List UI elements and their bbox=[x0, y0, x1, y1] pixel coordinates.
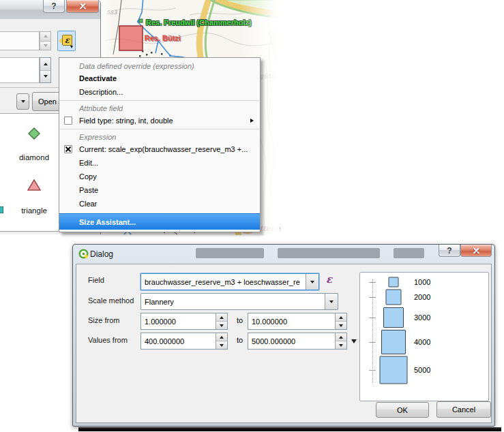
partial-symbol-fragment bbox=[0, 206, 3, 213]
axis-tick bbox=[369, 282, 376, 283]
values-from-spinbox[interactable] bbox=[140, 333, 228, 350]
preview-square bbox=[389, 277, 399, 288]
help-button[interactable]: ? bbox=[43, 0, 65, 13]
menu-item-label: Deactivate bbox=[79, 74, 117, 82]
symbol-item-triangle[interactable] bbox=[0, 179, 68, 192]
help-icon: ? bbox=[51, 1, 56, 11]
axis-tick bbox=[369, 297, 376, 298]
unchecked-checkbox-icon bbox=[64, 117, 72, 125]
menu-item-header-data-defined: Data defined override (expression) bbox=[59, 60, 260, 72]
expression-epsilon-icon: ε bbox=[326, 273, 332, 286]
dialog-close-button[interactable] bbox=[460, 245, 492, 257]
menu-item-label: Current: scale_exp(brauchwasser_reserve_… bbox=[79, 145, 248, 153]
titlebar-glass-reflection bbox=[278, 248, 380, 258]
menu-separator bbox=[60, 129, 259, 129]
size-to-spinbox[interactable] bbox=[248, 313, 347, 330]
left-dialog-titlebar: ? bbox=[0, 0, 101, 19]
axis-tick bbox=[369, 370, 376, 371]
menu-item-header-attribute-field: Attribute field bbox=[59, 102, 260, 114]
cancel-button-label: Cancel bbox=[452, 405, 475, 414]
style-combobox-arrow[interactable] bbox=[16, 93, 29, 110]
map-elevation-583: 583 bbox=[106, 10, 117, 16]
scale-method-value: Flannery bbox=[141, 298, 325, 306]
preview-square bbox=[381, 330, 406, 354]
menu-item-label: Expression bbox=[79, 133, 116, 141]
size-spinner[interactable] bbox=[40, 31, 51, 50]
scale-method-combobox[interactable]: Flannery bbox=[140, 293, 338, 310]
axis-tick bbox=[369, 318, 376, 318]
field-combobox-value: brauchwasser_reserve_m3 + loeschwasser_r… bbox=[141, 278, 306, 286]
menu-item-clear[interactable]: Clear bbox=[59, 197, 260, 211]
menu-item-label: Edit... bbox=[79, 159, 98, 167]
diamond-icon bbox=[28, 127, 40, 140]
menu-separator bbox=[60, 100, 259, 101]
rotation-value-field[interactable] bbox=[0, 57, 40, 83]
field-combobox-arrow[interactable] bbox=[306, 274, 318, 290]
preview-square bbox=[386, 290, 402, 305]
spin-up-icon[interactable] bbox=[40, 32, 50, 42]
field-combobox[interactable]: brauchwasser_reserve_m3 + loeschwasser_r… bbox=[140, 273, 319, 290]
spin-down-icon[interactable] bbox=[40, 71, 50, 83]
axis-tick bbox=[369, 342, 376, 343]
values-from-input[interactable] bbox=[141, 333, 216, 349]
dialog-help-button[interactable]: ? bbox=[439, 245, 460, 257]
map-label-freudwil: Res. Freudwil (Chammerholz) bbox=[146, 18, 252, 27]
menu-item-label: Attribute field bbox=[79, 104, 123, 112]
spin-down-icon[interactable] bbox=[336, 341, 346, 349]
selected-feature-square bbox=[119, 26, 143, 50]
preview-row: 3000 bbox=[360, 306, 488, 328]
scale-method-label: Scale method bbox=[88, 296, 134, 305]
values-from-label: Values from bbox=[88, 336, 128, 344]
chevron-down-icon bbox=[310, 281, 314, 283]
chevron-down-icon bbox=[329, 300, 333, 303]
checked-checkbox-icon bbox=[64, 145, 72, 153]
menu-item-copy[interactable]: Copy bbox=[59, 170, 260, 183]
spin-up-icon[interactable] bbox=[336, 313, 346, 322]
dialog-title: Dialog bbox=[90, 249, 113, 259]
size-from-input[interactable] bbox=[141, 313, 216, 329]
values-to-spinbox[interactable] bbox=[248, 333, 347, 350]
size-value-field[interactable] bbox=[0, 31, 40, 50]
values-to-input[interactable] bbox=[248, 333, 335, 349]
symbol-item-diamond[interactable] bbox=[0, 127, 68, 141]
preview-value-label: 4000 bbox=[414, 338, 430, 346]
menu-item-label: Description... bbox=[79, 88, 123, 96]
menu-item-paste[interactable]: Paste bbox=[59, 183, 260, 197]
size-to-input[interactable] bbox=[248, 313, 335, 329]
menu-item-field-type[interactable]: Field type: string, int, double bbox=[59, 114, 260, 127]
spin-up-icon[interactable] bbox=[40, 58, 50, 71]
qgis-logo-icon bbox=[78, 249, 89, 259]
titlebar-glass-reflection bbox=[394, 248, 424, 258]
preview-row: 2000 bbox=[360, 288, 488, 306]
preview-row: 1000 bbox=[360, 276, 488, 288]
close-icon bbox=[473, 248, 479, 253]
menu-item-deactivate[interactable]: Deactivate bbox=[59, 72, 260, 85]
cancel-button[interactable]: Cancel bbox=[436, 401, 491, 418]
menu-item-current-expression[interactable]: Current: scale_exp(brauchwasser_reserve_… bbox=[59, 142, 260, 156]
size-from-label: Size from bbox=[88, 316, 119, 324]
override-menu: Data defined override (expression)Deacti… bbox=[59, 57, 261, 232]
spin-down-icon[interactable] bbox=[336, 322, 346, 329]
spin-up-icon[interactable] bbox=[216, 333, 227, 341]
menu-item-description[interactable]: Description... bbox=[59, 85, 260, 99]
values-dropdown-caret[interactable] bbox=[351, 339, 357, 343]
scale-method-arrow[interactable] bbox=[325, 294, 338, 309]
menu-item-edit[interactable]: Edit... bbox=[59, 156, 260, 170]
spin-up-icon[interactable] bbox=[336, 333, 346, 341]
spin-down-icon[interactable] bbox=[216, 341, 227, 349]
spin-down-icon[interactable] bbox=[216, 322, 227, 329]
triangle-icon bbox=[27, 179, 41, 191]
preview-square bbox=[380, 356, 408, 384]
preview-rows: 10002000300040005000 bbox=[360, 276, 488, 385]
reservoir-marker-icon bbox=[139, 19, 143, 22]
menu-item-size-assistant[interactable]: Size Assistant... bbox=[59, 213, 260, 230]
rotation-spinner[interactable] bbox=[40, 57, 51, 83]
spin-up-icon[interactable] bbox=[216, 313, 227, 322]
spin-down-icon[interactable] bbox=[40, 42, 50, 50]
data-defined-override-button[interactable]: ε bbox=[57, 31, 76, 51]
close-button[interactable] bbox=[66, 0, 99, 13]
menu-item-header-expression: Expression bbox=[59, 131, 260, 142]
ok-button[interactable]: OK bbox=[376, 402, 429, 418]
size-from-spinbox[interactable] bbox=[140, 313, 228, 330]
help-icon: ? bbox=[447, 246, 451, 256]
